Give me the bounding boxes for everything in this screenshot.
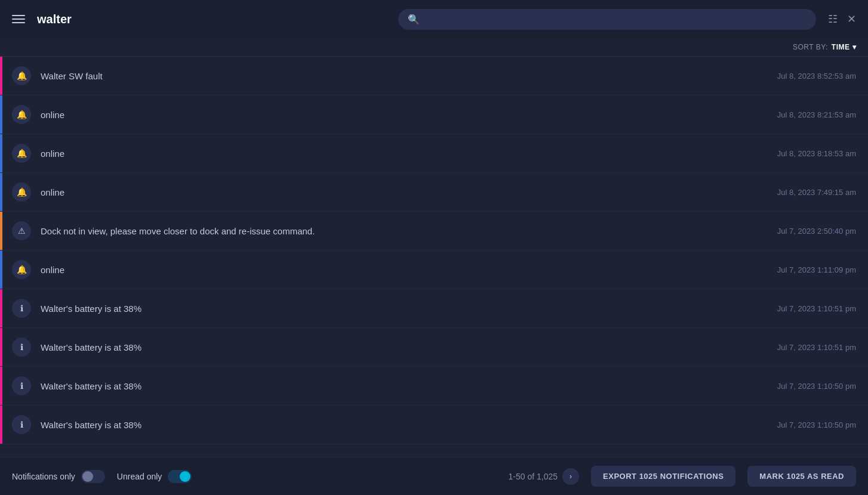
notification-text: online (41, 265, 777, 275)
accent-bar (0, 328, 2, 366)
notification-icon: ℹ (12, 299, 31, 318)
pagination-next[interactable]: › (562, 468, 579, 485)
search-input[interactable] (426, 14, 807, 24)
notification-time: Jul 8, 2023 7:49:15 am (777, 188, 856, 197)
search-icon: 🔍 (408, 14, 420, 25)
notification-text: Walter SW fault (41, 71, 777, 81)
notifications-only-toggle[interactable] (81, 470, 105, 483)
notification-icon: 🔔 (12, 66, 31, 85)
notification-time: Jul 7, 2023 1:10:51 pm (777, 304, 856, 313)
unread-only-toggle[interactable] (168, 470, 192, 483)
header: walter 🔍 ☷ ✕ (0, 0, 868, 38)
search-bar[interactable]: 🔍 (398, 9, 816, 30)
unread-only-label: Unread only (117, 472, 162, 481)
sort-bar: SORT BY: TIME ▾ (0, 38, 868, 57)
notification-text: Walter's battery is at 38% (41, 420, 777, 430)
notification-time: Jul 7, 2023 1:10:50 pm (777, 420, 856, 429)
accent-bar (0, 95, 2, 134)
notifications-only-group: Notifications only (12, 470, 105, 483)
notification-row[interactable]: ℹWalter's battery is at 38%Jul 7, 2023 1… (0, 367, 868, 406)
notification-time: Jul 7, 2023 1:11:09 pm (777, 265, 856, 274)
toggle-knob (82, 471, 93, 482)
app-title: walter (37, 13, 72, 26)
notification-icon: ℹ (12, 376, 31, 395)
pagination: 1-50 of 1,025 › (509, 468, 580, 485)
notification-icon: 🔔 (12, 144, 31, 163)
notification-time: Jul 8, 2023 8:52:53 am (777, 72, 856, 81)
export-button[interactable]: EXPORT 1025 NOTIFICATIONS (591, 466, 735, 487)
notification-icon: ℹ (12, 415, 31, 434)
notification-row[interactable]: 🔔onlineJul 8, 2023 7:49:15 am (0, 173, 868, 212)
notification-row[interactable]: ℹWalter's battery is at 38%Jul 7, 2023 1… (0, 328, 868, 367)
accent-bar (0, 134, 2, 172)
header-actions: ☷ ✕ (828, 13, 856, 26)
notification-row[interactable]: 🔔Walter SW faultJul 8, 2023 8:52:53 am (0, 57, 868, 95)
accent-bar (0, 250, 2, 289)
notification-row[interactable]: 🔔onlineJul 8, 2023 8:21:53 am (0, 95, 868, 134)
notification-time: Jul 7, 2023 2:50:40 pm (777, 227, 856, 236)
accent-bar (0, 173, 2, 211)
notification-text: Walter's battery is at 38% (41, 304, 777, 314)
pagination-text: 1-50 of 1,025 (509, 472, 558, 481)
sort-value[interactable]: TIME ▾ (832, 43, 856, 51)
accent-bar (0, 406, 2, 444)
notification-icon: 🔔 (12, 105, 31, 124)
notification-time: Jul 8, 2023 8:18:53 am (777, 149, 856, 158)
accent-bar (0, 57, 2, 95)
filter-icon[interactable]: ☷ (828, 13, 838, 26)
notification-time: Jul 7, 2023 1:10:50 pm (777, 382, 856, 391)
accent-bar (0, 367, 2, 405)
notification-row[interactable]: 🔔onlineJul 7, 2023 1:11:09 pm (0, 250, 868, 289)
notifications-only-label: Notifications only (12, 472, 75, 481)
mark-read-button[interactable]: MARK 1025 AS READ (747, 466, 856, 487)
notification-text: Dock not in view, please move closer to … (41, 226, 777, 236)
footer: Notifications only Unread only 1-50 of 1… (0, 457, 868, 495)
notification-icon: 🔔 (12, 260, 31, 279)
notification-icon: ℹ (12, 338, 31, 357)
notification-time: Jul 8, 2023 8:21:53 am (777, 110, 856, 119)
notification-text: Walter's battery is at 38% (41, 381, 777, 391)
notification-icon: 🔔 (12, 182, 31, 202)
unread-only-group: Unread only (117, 470, 192, 483)
menu-icon[interactable] (12, 15, 25, 23)
notifications-list: 🔔Walter SW faultJul 8, 2023 8:52:53 am🔔o… (0, 57, 868, 457)
sort-by-label: SORT BY: (793, 43, 828, 51)
notification-icon: ⚠ (12, 221, 31, 240)
notification-text: online (41, 148, 777, 159)
notification-row[interactable]: 🔔onlineJul 8, 2023 8:18:53 am (0, 134, 868, 173)
accent-bar (0, 289, 2, 327)
unread-toggle-knob (180, 471, 190, 482)
notification-text: online (41, 110, 777, 120)
close-icon[interactable]: ✕ (847, 13, 856, 26)
notification-row[interactable]: ⚠Dock not in view, please move closer to… (0, 212, 868, 250)
notification-row[interactable]: ℹWalter's battery is at 38%Jul 7, 2023 1… (0, 406, 868, 444)
notification-time: Jul 7, 2023 1:10:51 pm (777, 343, 856, 352)
accent-bar (0, 212, 2, 250)
notification-row[interactable]: ℹWalter's battery is at 38%Jul 7, 2023 1… (0, 289, 868, 328)
notification-text: Walter's battery is at 38% (41, 342, 777, 352)
notification-text: online (41, 187, 777, 197)
